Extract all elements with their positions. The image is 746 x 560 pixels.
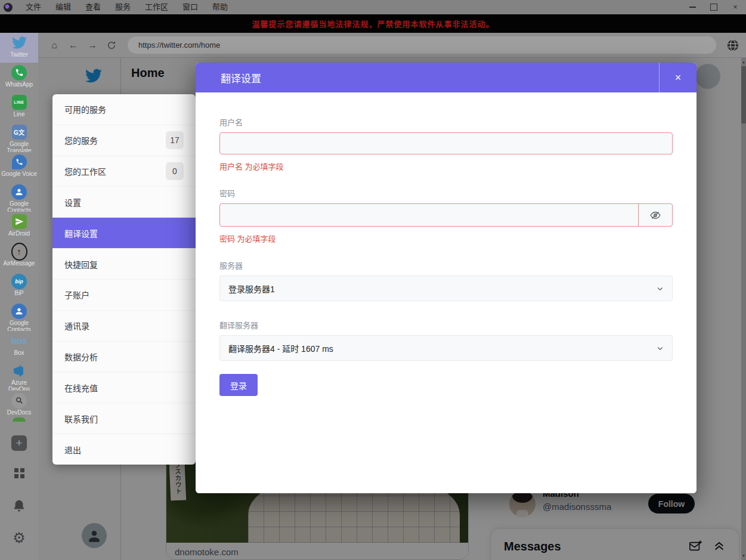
line-icon: LINE (11, 94, 27, 110)
menubar-item-help[interactable]: 帮助 (205, 0, 235, 14)
warning-text: 温馨提示您请遵循当地法律法规，严禁使用本软件从事非法活动。 (252, 18, 494, 29)
translation-settings-dialog: 翻译设置 × 用户名 用户名 为必填字段 密码 密码 为必填字段 服务器 登录服… (196, 63, 697, 493)
minimize-icon (689, 7, 696, 8)
rail-item-google-translate[interactable]: G文 Google Translate (0, 122, 38, 152)
warning-bar: 温馨提示您请遵循当地法律法规，严禁使用本软件从事非法活动。 (0, 14, 746, 33)
forward-icon: → (88, 40, 97, 51)
rail-label: Google Contacts (1, 320, 37, 331)
rail-item-box[interactable]: box Box (0, 331, 38, 361)
app-rail: Twitter WhatsApp LINE Line G文 Google Tra… (0, 33, 38, 560)
close-dialog-button[interactable]: × (659, 63, 697, 92)
password-field[interactable] (220, 204, 638, 226)
menu-item-logout[interactable]: 退出 (52, 434, 196, 465)
menubar-item-view[interactable]: 查看 (78, 0, 108, 14)
whatsapp-icon (11, 64, 27, 81)
chevron-down-icon (657, 285, 664, 292)
rail-label: BiP (1, 290, 37, 297)
translate-server-label: 翻译服务器 (219, 319, 673, 330)
bell-icon (13, 499, 26, 512)
services-menu: 可用的服务 您的服务17 您的工作区0 设置 翻译设置 快捷回复 子账户 通讯录… (52, 94, 196, 465)
browser-nav-bar: ⌂ ← → (38, 33, 746, 58)
rail-label: AirMessage (1, 261, 37, 267)
rail-item-line[interactable]: LINE Line (0, 92, 38, 122)
notifications-button[interactable] (10, 497, 28, 515)
rail-label: Azure DevOps (1, 380, 37, 391)
menubar-item-window[interactable]: 窗口 (175, 0, 205, 14)
username-error: 用户名 为必填字段 (219, 160, 673, 172)
eye-slash-icon (650, 210, 661, 221)
rail-label: Twitter (1, 52, 37, 58)
login-button[interactable]: 登录 (219, 374, 258, 396)
menu-item-quick-replies[interactable]: 快捷回复 (52, 248, 196, 279)
rail-item-azure-devops[interactable]: Azure DevOps (0, 361, 38, 391)
rail-label: WhatsApp (1, 82, 37, 88)
password-label: 密码 (219, 187, 673, 199)
menu-item-contact-us[interactable]: 联系我们 (52, 403, 196, 434)
home-icon: ⌂ (51, 40, 57, 51)
close-icon: × (733, 3, 737, 11)
minimize-button[interactable] (682, 0, 703, 14)
menu-item-contacts[interactable]: 通讯录 (52, 310, 196, 341)
chevron-down-icon (657, 345, 664, 352)
globe-button[interactable] (725, 37, 741, 54)
rail-label: Google Contacts (1, 201, 37, 212)
translate-server-selected-value: 翻译服务器4 - 延时 1607 ms (228, 342, 333, 354)
menu-item-online-recharge[interactable]: 在线充值 (52, 372, 196, 403)
menubar-item-file[interactable]: 文件 (18, 0, 48, 14)
forward-button[interactable]: → (83, 36, 101, 54)
rail-item-bip[interactable]: bip BiP (0, 271, 38, 301)
toggle-password-visibility-button[interactable] (638, 204, 672, 226)
home-button[interactable]: ⌂ (45, 36, 63, 54)
menubar-item-workspace[interactable]: 工作区 (138, 0, 175, 14)
rail-label: AirDroid (1, 231, 37, 237)
google-voice-icon (11, 154, 27, 170)
rail-label: Google Voice (1, 171, 37, 178)
rail-item-devdocs[interactable]: DevDocs (0, 391, 38, 420)
menu-item-settings[interactable]: 设置 (52, 186, 196, 217)
box-icon: box (11, 333, 27, 349)
rail-item-twitter[interactable]: Twitter (0, 33, 38, 63)
server-select[interactable]: 登录服务器1 (219, 276, 673, 301)
maximize-button[interactable] (703, 0, 725, 14)
partial-app-icon (13, 417, 26, 422)
title-bar: 文件 编辑 查看 服务 工作区 窗口 帮助 × (0, 0, 746, 14)
plus-icon: + (16, 437, 22, 450)
url-input[interactable] (128, 36, 716, 54)
rail-item-airmessage[interactable]: ↑ AirMessage (0, 242, 38, 271)
back-button[interactable]: ← (64, 36, 82, 54)
google-contacts-icon (11, 184, 27, 200)
menu-item-your-services[interactable]: 您的服务17 (52, 125, 196, 156)
menubar-item-services[interactable]: 服务 (108, 0, 138, 14)
azure-devops-icon (11, 363, 27, 379)
dialog-body: 用户名 用户名 为必填字段 密码 密码 为必填字段 服务器 登录服务器1 翻译服… (196, 92, 697, 493)
translate-server-select[interactable]: 翻译服务器4 - 延时 1607 ms (219, 335, 673, 361)
app-logo-icon (4, 3, 13, 12)
settings-button[interactable]: ⚙ (10, 529, 28, 547)
devdocs-icon (11, 392, 27, 409)
dialog-title: 翻译设置 (196, 70, 261, 85)
gear-icon: ⚙ (13, 531, 26, 545)
apps-grid-button[interactable] (10, 464, 28, 482)
rail-label: Google Translate (1, 141, 37, 152)
password-error: 密码 为必填字段 (219, 233, 673, 244)
rail-item-whatsapp[interactable]: WhatsApp (0, 63, 38, 92)
close-window-button[interactable]: × (725, 0, 746, 14)
rail-item-google-contacts[interactable]: Google Contacts (0, 182, 38, 212)
rail-item-google-voice[interactable]: Google Voice (0, 152, 38, 182)
reload-button[interactable] (103, 36, 120, 54)
menu-item-translation-settings[interactable]: 翻译设置 (52, 217, 196, 248)
menu-item-sub-accounts[interactable]: 子账户 (52, 279, 196, 310)
menu-item-available-services[interactable]: 可用的服务 (52, 94, 196, 125)
maximize-icon (710, 4, 717, 11)
rail-item-google-contacts-2[interactable]: Google Contacts (0, 301, 38, 331)
add-service-button[interactable]: + (10, 434, 28, 452)
app-window: 文件 编辑 查看 服务 工作区 窗口 帮助 × 温馨提示您请遵循当地法律法规，严… (0, 0, 746, 560)
username-field[interactable] (219, 132, 673, 154)
menu-item-data-analysis[interactable]: 数据分析 (52, 341, 196, 372)
menu-item-your-workspace[interactable]: 您的工作区0 (52, 156, 196, 187)
close-icon: × (675, 72, 682, 84)
server-selected-value: 登录服务器1 (228, 283, 275, 295)
rail-item-airdroid[interactable]: AirDroid (0, 212, 38, 242)
rail-label: Line (1, 112, 37, 118)
menubar-item-edit[interactable]: 编辑 (48, 0, 78, 14)
